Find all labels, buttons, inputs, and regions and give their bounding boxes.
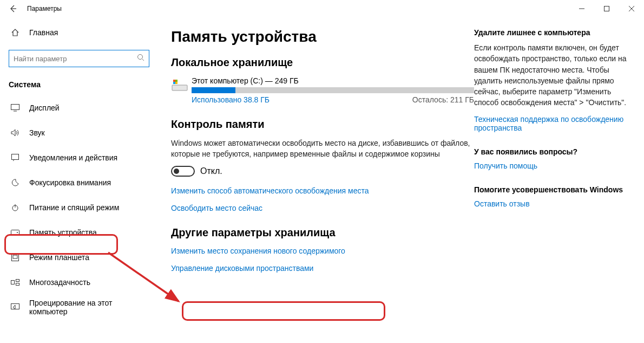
storage-sense-desc: Windows может автоматически освободить м…	[171, 138, 474, 159]
drive-row[interactable]: Этот компьютер (C:) — 249 ГБ Использован…	[171, 76, 474, 104]
svg-point-1	[138, 55, 143, 60]
sidebar: Главная Система Дисплей Звук Уведомления…	[0, 17, 158, 343]
display-icon	[9, 104, 22, 112]
main-column: Память устройства Локальное хранилище Эт…	[171, 28, 474, 343]
svg-rect-9	[11, 281, 15, 284]
storage-icon	[9, 230, 22, 235]
svg-rect-7	[12, 254, 19, 261]
sidebar-item-label: Дисплей	[29, 103, 149, 112]
group-title: Система	[9, 80, 149, 89]
aside-questions-title: У вас появились вопросы?	[474, 147, 631, 156]
sidebar-item-storage[interactable]: Память устройства	[9, 220, 149, 245]
search-input[interactable]	[9, 50, 149, 67]
sidebar-item-label: Уведомления и действия	[29, 153, 149, 162]
drive-used[interactable]: Использовано 38.8 ГБ	[192, 95, 270, 104]
svg-rect-16	[175, 80, 178, 82]
svg-point-6	[17, 232, 18, 233]
tablet-icon	[9, 254, 22, 261]
aside-cleanup-link[interactable]: Техническая поддержка по освобождению пр…	[474, 115, 631, 132]
aside-feedback-title: Помогите усовершенствовать Windows	[474, 185, 631, 194]
window-title: Параметры	[27, 5, 62, 12]
window-controls	[569, 0, 644, 17]
projecting-icon	[9, 303, 22, 311]
home-link[interactable]: Главная	[9, 22, 149, 43]
link-free-now[interactable]: Освободить место сейчас	[171, 204, 474, 212]
drive-title: Этот компьютер (C:) — 249 ГБ	[192, 76, 474, 85]
svg-rect-18	[175, 82, 178, 84]
sidebar-item-notifications[interactable]: Уведомления и действия	[9, 145, 149, 170]
sidebar-item-focus[interactable]: Фокусировка внимания	[9, 170, 149, 195]
svg-rect-5	[11, 230, 19, 235]
aside-help-link[interactable]: Получить помощь	[474, 161, 631, 170]
svg-rect-2	[11, 105, 19, 110]
sidebar-item-sound[interactable]: Звук	[9, 120, 149, 145]
toggle-label: Откл.	[200, 166, 222, 176]
svg-rect-3	[12, 154, 19, 160]
sidebar-item-power[interactable]: Питание и спящий режим	[9, 195, 149, 220]
power-icon	[9, 204, 22, 211]
nav-list: Дисплей Звук Уведомления и действия Фоку…	[9, 95, 149, 320]
aside-cleanup-title: Удалите лишнее с компьютера	[474, 28, 631, 37]
storage-sense-heading: Контроль памяти	[171, 118, 474, 131]
drive-icon	[171, 76, 192, 104]
svg-rect-17	[173, 82, 175, 84]
svg-rect-8	[13, 255, 17, 258]
link-change-auto-free[interactable]: Изменить способ автоматического освобожд…	[171, 186, 474, 195]
aside-cleanup-text: Если контроль памяти включен, он будет о…	[474, 42, 631, 108]
sound-icon	[9, 129, 22, 137]
aside-column: Удалите лишнее с компьютера Если контрол…	[474, 28, 631, 343]
home-icon	[9, 28, 22, 37]
other-storage-heading: Другие параметры хранилища	[171, 226, 474, 239]
sidebar-item-label: Режим планшета	[29, 253, 149, 262]
svg-rect-0	[604, 7, 609, 11]
svg-rect-11	[16, 283, 19, 286]
sidebar-item-label: Питание и спящий режим	[29, 203, 149, 212]
minimize-button[interactable]	[569, 0, 594, 17]
sidebar-item-multitasking[interactable]: Многозадачность	[9, 270, 149, 295]
svg-rect-13	[172, 85, 187, 90]
local-storage-heading: Локальное хранилище	[171, 56, 474, 69]
drive-progress-fill	[192, 87, 235, 93]
sidebar-item-display[interactable]: Дисплей	[9, 95, 149, 120]
drive-progress	[192, 87, 474, 93]
search-icon	[137, 54, 144, 63]
link-manage-storage-spaces[interactable]: Управление дисковыми пространствами	[171, 264, 474, 273]
maximize-button[interactable]	[594, 0, 619, 17]
sidebar-item-projecting[interactable]: Проецирование на этот компьютер	[9, 295, 149, 320]
sidebar-item-tablet[interactable]: Режим планшета	[9, 245, 149, 270]
home-label: Главная	[29, 28, 58, 37]
page-title: Память устройства	[171, 28, 474, 46]
titlebar: Параметры	[0, 0, 644, 17]
content-area: Память устройства Локальное хранилище Эт…	[158, 17, 644, 343]
notifications-icon	[9, 154, 22, 161]
drive-free: Осталось: 211 ГБ	[412, 95, 474, 104]
sidebar-item-label: Фокусировка внимания	[29, 178, 149, 187]
storage-sense-toggle[interactable]	[171, 166, 195, 177]
aside-feedback-link[interactable]: Оставить отзыв	[474, 199, 631, 208]
sidebar-item-label: Проецирование на этот компьютер	[29, 299, 149, 316]
close-button[interactable]	[619, 0, 644, 17]
drive-body: Этот компьютер (C:) — 249 ГБ Использован…	[192, 76, 474, 104]
link-change-save-location[interactable]: Изменить место сохранения нового содержи…	[171, 247, 474, 255]
sidebar-item-label: Память устройства	[29, 228, 149, 237]
svg-rect-15	[173, 80, 175, 82]
multitasking-icon	[9, 279, 22, 286]
focus-icon	[9, 179, 22, 186]
search-field[interactable]	[14, 55, 144, 63]
sidebar-item-label: Звук	[29, 128, 149, 137]
sidebar-item-label: Многозадачность	[29, 278, 149, 287]
svg-rect-10	[16, 280, 19, 282]
back-button[interactable]	[5, 1, 21, 16]
